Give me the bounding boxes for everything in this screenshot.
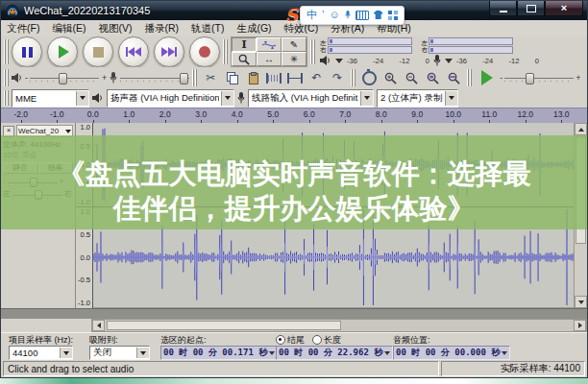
recording-channels-select[interactable]: 2 (立体声) 录制 [377, 89, 458, 108]
input-volume-slider[interactable] [120, 72, 189, 84]
output-volume-slider[interactable] [30, 72, 99, 84]
toolbar-gripper[interactable] [351, 69, 355, 86]
redo-button[interactable]: ↷ [327, 68, 348, 87]
project-rate-select[interactable]: 44100 [9, 346, 73, 360]
cut-button[interactable]: ✂ [200, 68, 221, 87]
toolbar-gripper[interactable] [4, 39, 9, 64]
selection-start-label: 选区的起点: [160, 334, 278, 346]
menu-item[interactable]: 编辑(E) [52, 22, 86, 36]
combo-arrow-icon[interactable] [360, 91, 373, 106]
silence-audio-button[interactable] [284, 68, 306, 87]
snap-to-select[interactable]: 关闭 [89, 346, 150, 360]
window-controls: × [489, 1, 583, 16]
recording-device-select[interactable]: 线路输入 (VIA High Definit [248, 89, 374, 108]
ime-emoji-icon[interactable]: ☺ [329, 10, 339, 20]
selection-start-field[interactable]: 00 时 00 分 00.171 秒 [160, 346, 278, 360]
ime-mic-icon[interactable] [345, 10, 351, 20]
audio-host-select[interactable]: MME [12, 89, 89, 108]
toolbar-gripper[interactable] [4, 69, 9, 86]
menu-item[interactable]: 播录(R) [144, 22, 179, 36]
horizontal-scroll-thumb[interactable] [107, 321, 341, 330]
zoom-tool-button[interactable] [232, 52, 257, 66]
fit-selection-button[interactable] [422, 68, 443, 87]
copy-button[interactable] [221, 68, 242, 87]
toolbar-gripper[interactable] [4, 90, 9, 106]
play-button[interactable] [47, 36, 78, 67]
scroll-left-button[interactable] [92, 320, 105, 331]
undo-button[interactable]: ↶ [306, 68, 327, 87]
zoom-out-button[interactable] [401, 68, 422, 87]
scroll-down-button[interactable] [575, 296, 587, 308]
skip-to-start-button[interactable] [118, 36, 149, 67]
menu-item[interactable]: 轨道(T) [191, 22, 224, 36]
toolbar-gripper[interactable] [310, 39, 315, 64]
field-arrow-icon[interactable] [502, 351, 507, 355]
multi-tool-button[interactable]: ✳ [282, 52, 306, 66]
timer-button[interactable] [358, 68, 380, 87]
toolbar-gripper[interactable] [467, 69, 472, 86]
timeline-tick-label: -1.0 [39, 108, 76, 124]
ime-lang-toggle[interactable]: 中 [306, 10, 317, 20]
ime-keyboard-icon[interactable] [355, 11, 369, 20]
fit-project-button[interactable] [443, 68, 464, 87]
paste-button[interactable] [242, 68, 263, 87]
output-volume-thumb[interactable] [59, 73, 67, 84]
length-radio-label[interactable]: 长度 [324, 334, 341, 347]
combo-arrow-icon[interactable] [60, 348, 72, 358]
play-speed-thumb[interactable] [526, 73, 534, 84]
selection-end-field[interactable]: 00 时 00 分 22.962 秒 [276, 346, 393, 360]
ime-menu-icon[interactable] [388, 11, 398, 20]
menu-item[interactable]: 视图(V) [98, 22, 132, 36]
ime-toolbar: S 中 ’ ☺ [285, 5, 404, 25]
play-speed-slider[interactable] [504, 72, 574, 84]
ime-punct-toggle[interactable]: ’ [322, 10, 324, 20]
maximize-button[interactable] [517, 1, 545, 16]
toolbar-gripper[interactable] [192, 69, 197, 86]
menu-item[interactable]: 生成(G) [236, 22, 271, 36]
playback-meter-dropdown[interactable] [335, 59, 343, 63]
pause-icon [22, 47, 33, 58]
playback-meter-scale: -36-24-120 [347, 57, 429, 65]
input-volume-thumb[interactable] [180, 73, 188, 84]
envelope-tool-button[interactable] [257, 37, 282, 52]
audio-position-field[interactable]: 00 时 00 分 00.000 秒 [393, 346, 510, 360]
ime-skin-icon[interactable] [374, 11, 383, 19]
zoom-in-button[interactable] [380, 68, 401, 87]
field-arrow-icon[interactable] [269, 351, 275, 355]
close-button[interactable]: × [545, 1, 583, 16]
length-radio[interactable] [312, 335, 322, 345]
field-arrow-icon[interactable] [384, 351, 390, 355]
skip-to-end-button[interactable] [154, 36, 184, 67]
combo-arrow-icon[interactable] [76, 91, 88, 106]
scroll-up-button[interactable] [575, 123, 587, 135]
sogou-logo-icon[interactable]: S [285, 5, 298, 25]
ime-tray: 中 ’ ☺ [300, 6, 404, 25]
pause-button[interactable] [12, 36, 42, 67]
menu-item[interactable]: 文件(F) [7, 22, 39, 36]
meter-scale-tick: -36 [347, 57, 357, 65]
toolbar-gripper[interactable] [223, 39, 228, 64]
vruler-label: 0.0 [81, 254, 90, 261]
playback-device-select[interactable]: 扬声器 (VIA High Definition [107, 89, 234, 108]
recording-meter[interactable]: 左右 [422, 37, 514, 54]
scroll-right-button[interactable] [574, 320, 586, 331]
minimize-button[interactable] [489, 1, 517, 16]
record-button[interactable] [189, 36, 220, 67]
timeshift-tool-button[interactable]: ↔ [257, 52, 282, 66]
skip-start-icon [126, 47, 141, 57]
combo-arrow-icon[interactable] [136, 348, 149, 358]
trim-icon [266, 73, 282, 84]
stop-button[interactable] [83, 36, 113, 67]
recording-meter-dropdown[interactable] [445, 59, 453, 63]
horizontal-scrollbar[interactable] [91, 319, 587, 332]
combo-arrow-icon[interactable] [445, 91, 457, 106]
end-radio[interactable] [276, 335, 285, 345]
combo-arrow-icon[interactable] [221, 91, 233, 106]
playback-meter[interactable]: 左右 [320, 37, 412, 54]
draw-tool-button[interactable]: ✎ [282, 37, 306, 52]
playback-meter-bar-right [328, 46, 412, 54]
end-radio-label[interactable]: 结尾 [287, 334, 305, 347]
play-at-speed-button[interactable] [475, 68, 500, 87]
selection-tool-button[interactable]: I [232, 37, 257, 52]
trim-audio-button[interactable] [263, 68, 284, 87]
